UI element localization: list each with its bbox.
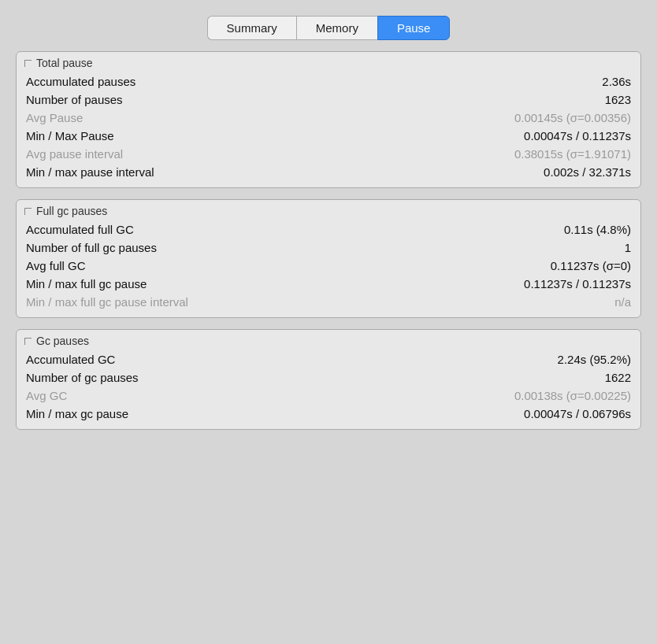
row-value: 0.00145s (σ=0.00356) xyxy=(514,111,631,124)
row-label: Number of pauses xyxy=(26,93,123,106)
row-value: 2.36s xyxy=(602,75,631,88)
tab-memory[interactable]: Memory xyxy=(296,16,377,40)
table-row: Number of gc pauses1622 xyxy=(17,368,640,387)
row-value: 0.11237s (σ=0) xyxy=(551,259,631,272)
row-value: 1622 xyxy=(605,371,631,384)
section-0: Total pauseAccumulated pauses2.36sNumber… xyxy=(16,51,641,188)
row-label: Min / Max Pause xyxy=(26,129,114,142)
row-label: Min / max gc pause xyxy=(26,407,128,420)
row-label: Number of full gc pauses xyxy=(26,241,157,254)
table-row: Min / max full gc pause intervaln/a xyxy=(17,293,640,311)
table-row: Avg GC0.00138s (σ=0.00225) xyxy=(17,387,640,405)
row-label: Accumulated GC xyxy=(26,353,115,366)
row-label: Accumulated full GC xyxy=(26,223,134,236)
row-value: 0.11237s / 0.11237s xyxy=(524,277,631,291)
row-label: Min / max full gc pause xyxy=(26,277,147,291)
tab-summary[interactable]: Summary xyxy=(207,16,296,40)
row-value: n/a xyxy=(614,295,631,309)
row-value: 1623 xyxy=(605,93,631,106)
table-row: Number of full gc pauses1 xyxy=(17,239,640,257)
row-value: 0.38015s (σ=1.91071) xyxy=(514,147,631,161)
section-title-2: Gc pauses xyxy=(17,330,640,350)
table-row: Min / Max Pause0.00047s / 0.11237s xyxy=(17,127,640,145)
section-title-0: Total pause xyxy=(17,52,640,72)
section-2: Gc pausesAccumulated GC2.24s (95.2%)Numb… xyxy=(16,329,641,430)
table-row: Avg full GC0.11237s (σ=0) xyxy=(17,257,640,275)
row-label: Avg GC xyxy=(26,389,67,402)
table-row: Accumulated full GC0.11s (4.8%) xyxy=(17,220,640,239)
table-row: Accumulated GC2.24s (95.2%) xyxy=(17,350,640,368)
table-row: Min / max gc pause0.00047s / 0.06796s xyxy=(17,405,640,423)
row-label: Min / max pause interval xyxy=(26,165,154,179)
row-label: Accumulated pauses xyxy=(26,75,135,88)
row-value: 0.00138s (σ=0.00225) xyxy=(514,389,631,402)
row-value: 0.00047s / 0.06796s xyxy=(524,407,631,420)
table-row: Avg pause interval0.38015s (σ=1.91071) xyxy=(17,145,640,163)
row-value: 2.24s (95.2%) xyxy=(558,353,631,366)
table-row: Accumulated pauses2.36s xyxy=(17,72,640,91)
tab-pause[interactable]: Pause xyxy=(377,16,451,40)
table-row: Avg Pause0.00145s (σ=0.00356) xyxy=(17,109,640,127)
table-row: Min / max full gc pause0.11237s / 0.1123… xyxy=(17,275,640,293)
row-label: Number of gc pauses xyxy=(26,371,139,384)
content: Total pauseAccumulated pauses2.36sNumber… xyxy=(16,51,641,430)
tabs: SummaryMemoryPause xyxy=(207,16,451,40)
row-label: Min / max full gc pause interval xyxy=(26,295,188,309)
table-row: Min / max pause interval0.002s / 32.371s xyxy=(17,163,640,181)
row-label: Avg Pause xyxy=(26,111,83,124)
row-value: 0.002s / 32.371s xyxy=(544,165,631,179)
row-value: 0.00047s / 0.11237s xyxy=(524,129,631,142)
row-label: Avg pause interval xyxy=(26,147,123,161)
section-1: Full gc pausesAccumulated full GC0.11s (… xyxy=(16,199,641,318)
row-value: 0.11s (4.8%) xyxy=(564,223,631,236)
section-title-1: Full gc pauses xyxy=(17,200,640,220)
table-row: Number of pauses1623 xyxy=(17,91,640,109)
row-label: Avg full GC xyxy=(26,259,86,272)
row-value: 1 xyxy=(625,241,631,254)
